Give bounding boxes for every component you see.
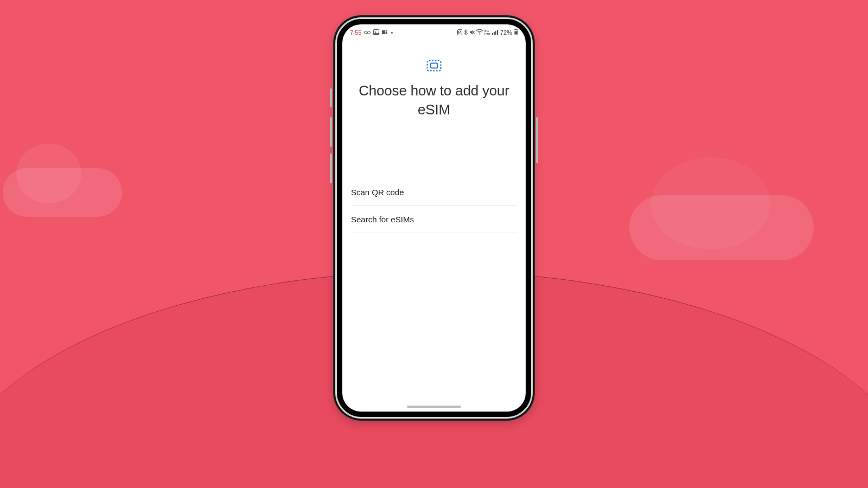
page-title: Choose how to add your eSIM [351, 81, 517, 119]
status-right: 5GLTE 72% [457, 29, 518, 36]
svg-rect-7 [386, 32, 387, 34]
svg-point-11 [479, 34, 480, 35]
status-left: 7:55 • [350, 29, 393, 36]
svg-rect-15 [497, 30, 498, 35]
mute-icon [469, 29, 475, 36]
status-bar: 7:55 • [342, 24, 526, 41]
teams-icon [382, 29, 388, 36]
wifi-icon [476, 29, 483, 36]
bluetooth-icon [464, 29, 468, 36]
option-search-esims[interactable]: Search for eSIMs [351, 206, 517, 233]
voicemail-icon [364, 29, 371, 36]
signal-icon [492, 29, 499, 36]
phone-screen: 7:55 • [342, 24, 526, 412]
phone-mockup: 7:55 • [333, 15, 535, 421]
svg-rect-5 [382, 30, 385, 34]
options-list: Scan QR code Search for eSIMs [351, 179, 517, 233]
phone-volume-up [330, 117, 332, 147]
svg-rect-14 [495, 31, 496, 35]
network-type-icon: 5GLTE [484, 29, 490, 36]
home-indicator[interactable] [407, 406, 461, 408]
svg-rect-18 [515, 31, 518, 35]
svg-point-0 [365, 31, 367, 34]
cloud-decoration-left [3, 168, 122, 217]
svg-rect-19 [427, 61, 441, 71]
battery-icon [514, 29, 518, 36]
dot-icon: • [391, 29, 393, 36]
option-label: Search for eSIMs [351, 215, 414, 224]
phone-side-button [330, 88, 332, 107]
svg-point-1 [368, 31, 371, 34]
svg-rect-12 [492, 33, 493, 35]
option-label: Scan QR code [351, 188, 404, 197]
svg-rect-20 [431, 63, 437, 68]
status-time: 7:55 [350, 29, 361, 36]
screen-content: Choose how to add your eSIM Scan QR code… [342, 41, 526, 233]
svg-point-4 [375, 30, 376, 31]
phone-volume-down [330, 153, 332, 183]
cloud-decoration-right [629, 195, 814, 260]
phone-power-button [536, 117, 538, 163]
battery-text: 72% [500, 29, 512, 36]
image-icon [373, 29, 379, 36]
svg-point-6 [386, 30, 387, 31]
option-scan-qr[interactable]: Scan QR code [351, 179, 517, 206]
nfc-icon [457, 29, 462, 36]
esim-icon [351, 60, 517, 72]
svg-rect-13 [494, 32, 495, 35]
